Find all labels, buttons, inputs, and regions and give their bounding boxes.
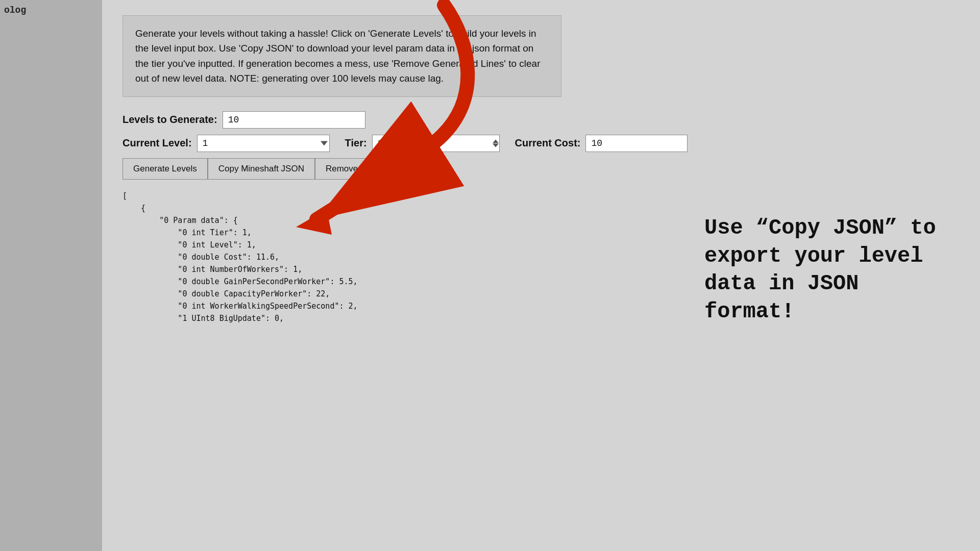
annotation-text: Use “Copy JSON” to export your level dat… bbox=[704, 214, 960, 325]
current-level-label: Current Level: bbox=[122, 137, 192, 149]
code-area: [ { "0 Param data": { "0 int Tier": 1, "… bbox=[122, 190, 470, 324]
copy-json-button[interactable]: Copy Mineshaft JSON bbox=[208, 158, 315, 180]
sidebar-label: olog bbox=[4, 5, 26, 15]
buttons-row: Generate Levels Copy Mineshaft JSON Remo… bbox=[122, 158, 960, 180]
levels-input[interactable] bbox=[223, 111, 365, 129]
level-tier-row: Current Level: Tier: Current Cost: bbox=[122, 135, 960, 152]
levels-row: Levels to Generate: bbox=[122, 111, 960, 129]
generate-levels-button[interactable]: Generate Levels bbox=[122, 158, 208, 180]
tier-down-icon[interactable] bbox=[493, 143, 499, 147]
tier-up-icon[interactable] bbox=[493, 139, 499, 143]
description-box: Generate your levels without taking a ha… bbox=[122, 15, 561, 97]
tier-label: Tier: bbox=[345, 137, 367, 149]
tier-field[interactable] bbox=[372, 135, 500, 152]
current-level-input[interactable] bbox=[197, 135, 330, 152]
code-text: [ { "0 Param data": { "0 int Tier": 1, "… bbox=[122, 190, 470, 324]
remove-generated-button[interactable]: Remove Generated Lines bbox=[315, 158, 435, 180]
current-level-dropdown[interactable] bbox=[197, 135, 330, 152]
levels-label: Levels to Generate: bbox=[122, 114, 217, 126]
tier-input[interactable] bbox=[372, 135, 500, 152]
current-cost-input[interactable] bbox=[585, 135, 688, 152]
description-text: Generate your levels without taking a ha… bbox=[135, 28, 541, 84]
current-cost-label: Current Cost: bbox=[515, 137, 581, 149]
sidebar: olog bbox=[0, 0, 102, 551]
tier-arrows[interactable] bbox=[493, 139, 499, 147]
